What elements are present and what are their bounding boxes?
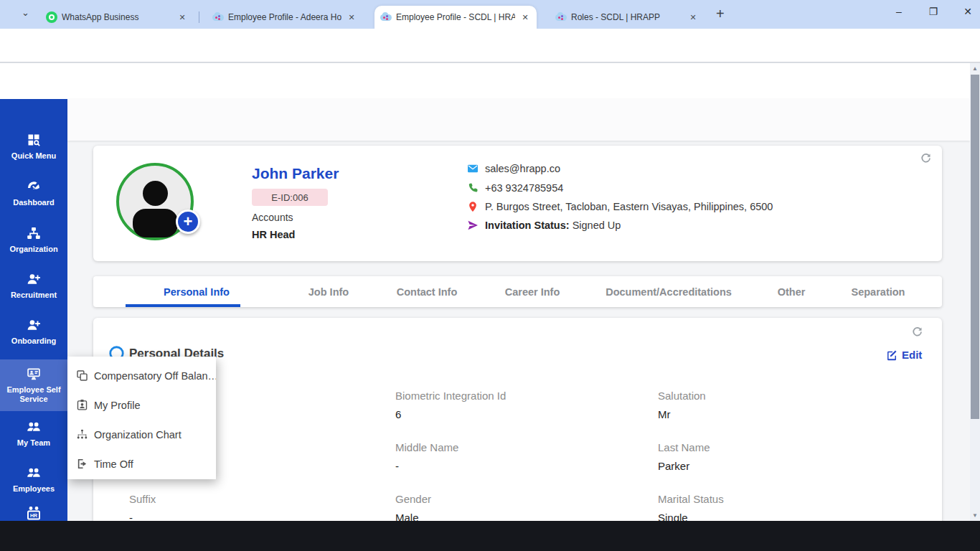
window-minimize-button[interactable]: – [887, 0, 911, 23]
send-icon [467, 220, 479, 231]
edit-button[interactable]: Edit [886, 349, 922, 361]
field-middle-name: Middle Name - [395, 441, 458, 472]
sidebar-item-my-team[interactable]: My Team [0, 420, 67, 460]
menu-item-organization-chart[interactable]: Organization Chart [67, 420, 216, 449]
sidebar-item-organization[interactable]: Organization [0, 226, 67, 266]
phone-row: +63 9324785954 [467, 182, 563, 194]
employee-name[interactable]: John Parker [252, 165, 339, 182]
browser-toolbar: ← → showpeople.hrapp.co/v3/employee-prof… [0, 29, 980, 62]
tab-contact-info[interactable]: Contact Info [397, 276, 458, 307]
tab-close-icon[interactable]: ✕ [176, 11, 188, 23]
menu-item-compensatory-off-balance[interactable]: Compensatory Off Balan… [67, 361, 216, 390]
hrapp-favicon [212, 11, 224, 23]
tab-title: Employee Profile - Adeera Hosp [228, 12, 341, 22]
sidebar-item-label: Organization [9, 245, 57, 254]
field-salutation: Salutation Mr [658, 390, 706, 420]
tab-employee-profile-adeera[interactable]: Employee Profile - Adeera Hosp ✕ [207, 6, 363, 29]
profile-tabs-bar: Personal Info Job Info Contact Info Care… [93, 276, 942, 307]
sidebar-item-employee-self-service[interactable]: Employee Self Service [0, 359, 67, 411]
windows-taskbar: O 32°C Mostly sunny [0, 521, 980, 551]
tab-search-chevron-icon[interactable]: ⌄ [22, 7, 29, 18]
scroll-down-icon[interactable]: ▼ [970, 512, 980, 519]
field-last-name: Last Name Parker [658, 441, 710, 472]
employee-self-service-icon [27, 367, 41, 381]
tab-personal-info[interactable]: Personal Info [164, 276, 230, 307]
window-maximize-button[interactable]: ❐ [921, 0, 946, 23]
tab-other[interactable]: Other [778, 276, 806, 307]
tab-close-icon[interactable]: ✕ [346, 11, 357, 23]
tab-separation[interactable]: Separation [852, 276, 905, 307]
edit-pencil-icon [886, 349, 897, 361]
tab-separator [199, 11, 199, 23]
scroll-up-icon[interactable]: ▲ [970, 65, 980, 72]
sidebar-item-label: Onboarding [11, 336, 56, 346]
screen: ⌄ WhatsApp Business ✕ Employee Profile -… [0, 0, 980, 551]
tab-close-icon[interactable]: ✕ [519, 11, 531, 23]
tab-title: WhatsApp Business [62, 12, 172, 22]
quick-menu-icon [27, 133, 41, 147]
browser-tab-strip: ⌄ WhatsApp Business ✕ Employee Profile -… [0, 0, 980, 29]
employee-id-badge: E-ID:006 [252, 189, 328, 206]
sidebar-item-employees[interactable]: Employees [0, 466, 67, 506]
sidebar-item-partial[interactable] [0, 505, 67, 521]
menu-item-time-off[interactable]: Time Off [67, 449, 216, 479]
badge-person-icon [76, 399, 88, 411]
tab-close-icon[interactable]: ✕ [687, 11, 699, 23]
copy-icon [76, 369, 88, 382]
employees-icon [27, 466, 41, 480]
sidebar-item-label: My Team [17, 438, 50, 448]
page-scrollbar[interactable]: ▲ ▼ [970, 63, 980, 521]
tab-whatsapp[interactable]: WhatsApp Business ✕ [40, 6, 194, 29]
sidebar-item-label: Recruitment [11, 291, 57, 300]
phone-icon [467, 182, 479, 194]
sidebar: Quick Menu Dashboard Organization Recrui… [0, 99, 67, 521]
tab-title: Employee Profile - SCDL | HRAP [396, 12, 515, 22]
sidebar-item-recruitment[interactable]: Recruitment [0, 272, 67, 312]
menu-item-my-profile[interactable]: My Profile [67, 390, 216, 420]
sidebar-item-onboarding[interactable]: Onboarding [0, 318, 67, 358]
invitation-status-label: Invitation Status: [485, 220, 570, 231]
sidebar-item-dashboard[interactable]: Dashboard [0, 179, 67, 220]
location-pin-icon [467, 201, 479, 212]
hrapp-favicon [380, 11, 392, 23]
sidebar-item-quick-menu[interactable]: Quick Menu [0, 133, 67, 173]
avatar-silhouette-body [133, 209, 178, 237]
phone-value[interactable]: +63 9324785954 [485, 182, 563, 194]
invitation-status-value: Signed Up [570, 220, 621, 231]
sidebar-item-label: Employees [13, 484, 55, 494]
edit-label: Edit [902, 349, 922, 361]
recruitment-icon [27, 272, 41, 286]
address-row: P. Burgos Street, Tacloban, Eastern Visa… [467, 201, 773, 212]
self-service-menu: Compensatory Off Balan… My Profile Organ… [67, 357, 216, 479]
hrapp-favicon [555, 11, 567, 23]
field-marital-status: Marital Status Single [658, 493, 724, 524]
email-icon [467, 163, 479, 174]
sidebar-item-label: Quick Menu [11, 151, 56, 161]
field-gender: Gender Male [395, 493, 431, 524]
time-off-icon [76, 458, 88, 470]
employee-designation: HR Head [252, 229, 295, 240]
new-tab-button[interactable]: + [716, 6, 725, 22]
tab-employee-profile-scdl[interactable]: Employee Profile - SCDL | HRAP ✕ [374, 6, 537, 29]
email-value[interactable]: sales@hrapp.co [485, 163, 560, 174]
refresh-card-icon[interactable] [920, 152, 932, 164]
org-chart-icon [76, 428, 88, 441]
employee-department: Accounts [252, 212, 293, 223]
tab-career-info[interactable]: Career Info [505, 276, 560, 307]
app-header: ^ Camu 4 0 John [0, 63, 980, 99]
window-close-button[interactable]: ✕ [956, 0, 980, 23]
active-tab-underline [126, 304, 240, 307]
sidebar-item-label: Dashboard [13, 198, 54, 207]
organization-icon [27, 226, 41, 240]
scrollbar-thumb[interactable] [971, 75, 979, 419]
tab-document-accreditations[interactable]: Document/Accreditations [606, 276, 732, 307]
sidebar-item-label: Employee Self Service [6, 385, 62, 404]
hr-process-icon [25, 505, 42, 521]
tab-job-info[interactable]: Job Info [308, 276, 349, 307]
tab-roles-scdl[interactable]: Roles - SCDL | HRAPP ✕ [550, 6, 705, 29]
refresh-section-icon[interactable] [911, 326, 923, 338]
dashboard-icon [27, 179, 41, 194]
my-team-icon [27, 420, 41, 434]
address-value: P. Burgos Street, Tacloban, Eastern Visa… [485, 201, 773, 212]
avatar-add-photo-button[interactable]: + [176, 209, 200, 234]
